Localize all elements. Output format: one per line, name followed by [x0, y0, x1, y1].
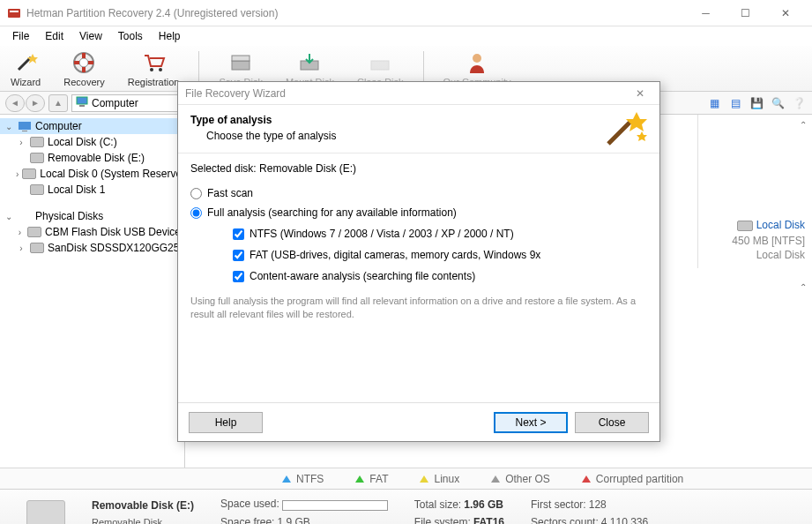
wizard-button[interactable]: Wizard: [7, 49, 44, 89]
collapse-icon[interactable]: ⌄: [4, 122, 14, 131]
recovery-button[interactable]: Recovery: [60, 49, 108, 89]
expand-icon[interactable]: ›: [16, 228, 24, 237]
view-list-icon[interactable]: ▤: [727, 95, 743, 111]
view-details-icon[interactable]: ▦: [706, 95, 722, 111]
menu-file[interactable]: File: [5, 28, 36, 44]
menu-edit[interactable]: Edit: [38, 28, 71, 44]
dialog-close-button[interactable]: ✕: [628, 85, 652, 102]
first-sector-value: 128: [589, 498, 607, 511]
disk-icon: [737, 221, 753, 231]
expand-icon[interactable]: ›: [16, 138, 26, 147]
status-disk-type: Removable Disk: [92, 517, 194, 525]
full-analysis-input[interactable]: [190, 207, 202, 219]
space-free-value: 1.9 GB: [277, 516, 309, 524]
svg-point-12: [473, 54, 481, 63]
content-aware-checkbox[interactable]: Content-aware analysis (searching file c…: [233, 270, 647, 282]
selected-disk-label: Selected disk: Removable Disk (E:): [190, 162, 647, 175]
full-analysis-radio[interactable]: Full analysis (searching for any availab…: [190, 206, 647, 219]
ntfs-checkbox[interactable]: NTFS (Windows 7 / 2008 / Vista / 2003 / …: [233, 228, 647, 240]
tree-label: Local Disk (C:): [48, 136, 117, 148]
nav-up-button[interactable]: ▲: [48, 94, 68, 112]
svg-marker-3: [27, 54, 38, 64]
cart-icon: [141, 50, 166, 75]
save-icon[interactable]: 💾: [749, 95, 764, 111]
nav-forward-button[interactable]: ►: [26, 94, 45, 112]
fat-checkbox[interactable]: FAT (USB-drives, digital cameras, memory…: [233, 249, 647, 261]
dialog-button-row: Help Next > Close: [178, 402, 659, 441]
svg-rect-14: [79, 105, 85, 107]
tree-physical-disks[interactable]: ⌄ Physical Disks: [0, 208, 184, 224]
ntfs-input[interactable]: [233, 228, 244, 240]
next-button[interactable]: Next >: [494, 412, 568, 433]
expand-icon[interactable]: ›: [16, 169, 19, 179]
svg-marker-19: [637, 131, 647, 141]
file-system-value: FAT16: [473, 516, 504, 525]
dialog-title-bar[interactable]: File Recovery Wizard ✕: [178, 82, 659, 105]
legend-ntfs: NTFS: [282, 473, 324, 485]
disk-icon: [30, 152, 44, 164]
svg-line-17: [608, 121, 631, 144]
svg-point-6: [150, 68, 153, 71]
help-icon[interactable]: ❔: [791, 95, 807, 111]
legend-corrupted: Corrupted partition: [582, 473, 683, 485]
menu-tools[interactable]: Tools: [111, 28, 150, 44]
fat-label: FAT (USB-drives, digital cameras, memory…: [250, 249, 540, 261]
disk-icon: [27, 226, 41, 238]
full-analysis-label: Full analysis (searching for any availab…: [207, 206, 457, 219]
close-button[interactable]: Close: [575, 412, 649, 433]
tree-label: SanDisk SDSSDX120GG25: [48, 242, 179, 254]
tree-label: Physical Disks: [35, 210, 103, 222]
fast-scan-radio[interactable]: Fast scan: [190, 187, 647, 199]
maximize-button[interactable]: ☐: [726, 1, 765, 26]
menu-help[interactable]: Help: [152, 28, 188, 44]
tree-local-c[interactable]: › Local Disk (C:): [0, 134, 184, 150]
tree-removable-e[interactable]: Removable Disk (E:): [0, 150, 184, 166]
svg-line-2: [19, 57, 31, 70]
help-button[interactable]: Help: [189, 412, 263, 433]
person-icon: [465, 50, 489, 75]
total-size-value: 1.96 GB: [464, 498, 503, 511]
menu-view[interactable]: View: [72, 28, 109, 44]
disk-icon: [30, 136, 44, 148]
tree-cbm-flash[interactable]: › CBM Flash Disk USB Device: [0, 224, 184, 240]
collapse-panel-icon[interactable]: ⌃: [800, 282, 807, 292]
disk-icon: [26, 500, 65, 525]
fat-input[interactable]: [233, 250, 244, 261]
status-bar: Removable Disk (E:) Removable Disk Space…: [0, 489, 812, 524]
wand-icon: [601, 109, 651, 159]
tree-label: Removable Disk (E:): [48, 152, 145, 164]
disk-icon: [30, 183, 44, 196]
collapse-icon[interactable]: ⌄: [4, 212, 14, 221]
registration-button[interactable]: Registration: [124, 49, 183, 89]
nav-back-button[interactable]: ◄: [5, 94, 25, 112]
tree-label: Local Disk 0 (System Reserved): [40, 168, 185, 180]
close-disk-icon: [368, 50, 392, 75]
file-recovery-wizard-dialog: File Recovery Wizard ✕ Type of analysis …: [177, 81, 660, 442]
tree-computer[interactable]: ⌄ Computer: [0, 118, 184, 134]
fast-scan-label: Fast scan: [207, 187, 253, 199]
preview-icon[interactable]: 🔍: [770, 95, 786, 111]
disk-name: Local Disk: [756, 219, 805, 231]
disk-icon: [22, 168, 36, 180]
tree-local-0[interactable]: › Local Disk 0 (System Reserved): [0, 166, 184, 182]
svg-point-7: [159, 68, 162, 71]
mount-disk-icon: [297, 50, 322, 75]
svg-rect-0: [8, 9, 20, 18]
computer-icon: [18, 120, 32, 132]
svg-rect-11: [371, 61, 389, 70]
tree-sandisk[interactable]: › SanDisk SDSSDX120GG25: [0, 240, 184, 256]
disk-size: 450 MB [NTFS]: [705, 235, 805, 247]
svg-rect-9: [232, 56, 250, 61]
expand-icon[interactable]: ›: [16, 243, 26, 253]
disk-icon: [30, 242, 44, 254]
window-title: Hetman Partition Recovery 2.4 (Unregiste…: [26, 7, 686, 19]
svg-rect-16: [22, 131, 27, 131]
svg-rect-13: [77, 97, 87, 104]
address-text: Computer: [92, 97, 138, 109]
tree-local-1[interactable]: Local Disk 1: [0, 182, 184, 198]
content-aware-input[interactable]: [233, 271, 244, 282]
close-window-button[interactable]: ✕: [765, 1, 805, 26]
legend-other: Other OS: [491, 473, 550, 485]
minimize-button[interactable]: ─: [686, 1, 726, 26]
fast-scan-input[interactable]: [190, 188, 202, 199]
